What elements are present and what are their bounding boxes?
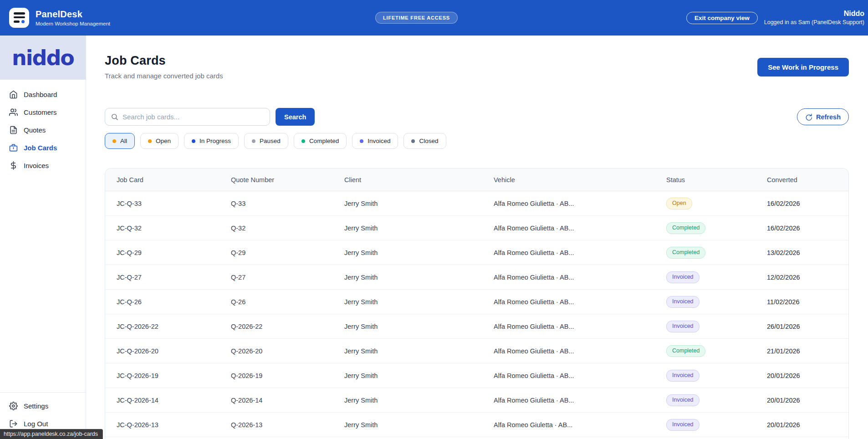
cell-client: Jerry Smith [344, 298, 494, 306]
app-tagline: Modern Workshop Management [36, 21, 110, 26]
cell-converted: 20/01/2026 [767, 397, 837, 404]
sidebar-item-dashboard[interactable]: Dashboard [0, 86, 86, 103]
cell-converted: 26/01/2026 [767, 323, 837, 330]
cell-quote-number: Q-32 [231, 225, 344, 232]
user-block: Niddo Logged in as Sam (PanelDesk Suppor… [764, 9, 865, 26]
home-icon [9, 90, 18, 99]
cell-quote-number: Q-2026-20 [231, 347, 344, 355]
cell-vehicle: Alfa Romeo Giuletta · AB... [494, 421, 666, 429]
app-title-block: PanelDesk Modern Workshop Management [36, 9, 110, 26]
sidebar-logo: niddo [0, 36, 86, 80]
table-row[interactable]: JC-Q-29Q-29Jerry SmithAlfa Romeo Giuliet… [105, 240, 848, 265]
cell-job-card: JC-Q-2026-22 [117, 323, 231, 330]
refresh-icon [805, 113, 812, 121]
sidebar-item-quotes[interactable]: Quotes [0, 121, 86, 139]
filter-chip-all[interactable]: All [105, 133, 135, 149]
table-row[interactable]: JC-Q-32Q-32Jerry SmithAlfa Romeo Giuliet… [105, 216, 848, 240]
refresh-button[interactable]: Refresh [797, 108, 849, 125]
topbar-right: Exit company view Niddo Logged in as Sam… [686, 9, 865, 26]
sidebar-item-invoices[interactable]: Invoices [0, 157, 86, 174]
see-work-in-progress-button[interactable]: See Work in Progress [757, 58, 849, 77]
chip-label: Open [156, 138, 171, 144]
status-badge: Invoiced [666, 271, 700, 283]
briefcase-icon [9, 143, 18, 152]
chip-dot [192, 139, 195, 143]
menu-bar [14, 20, 20, 23]
menu-bar [14, 12, 25, 15]
cell-status: Completed [666, 222, 767, 234]
cell-job-card: JC-Q-2026-13 [117, 421, 231, 429]
cell-status: Invoiced [666, 296, 767, 308]
cell-quote-number: Q-29 [231, 249, 344, 256]
chip-dot [301, 139, 305, 143]
status-badge: Invoiced [666, 394, 700, 406]
table-row[interactable]: JC-Q-2026-22Q-2026-22Jerry SmithAlfa Rom… [105, 314, 848, 339]
page-title: Job Cards [105, 54, 223, 68]
table-row[interactable]: JC-Q-2026-19Q-2026-19Jerry SmithAlfa Rom… [105, 363, 848, 388]
sidebar-item-job-cards[interactable]: Job Cards [0, 139, 86, 157]
chip-label: Closed [419, 138, 438, 144]
cell-status: Invoiced [666, 394, 767, 406]
exit-company-view-button[interactable]: Exit company view [686, 12, 758, 24]
sidebar-item-customers[interactable]: Customers [0, 103, 86, 121]
menu-bar [14, 16, 25, 19]
filter-chip-completed[interactable]: Completed [294, 133, 347, 149]
cell-vehicle: Alfa Romeo Giulietta · AB... [494, 274, 666, 281]
chip-label: Paused [260, 138, 281, 144]
cell-client: Jerry Smith [344, 274, 494, 281]
table-row[interactable]: JC-Q-27Q-27Jerry SmithAlfa Romeo Giuliet… [105, 265, 848, 290]
page-header: Job Cards Track and manage converted job… [105, 54, 849, 80]
column-header-converted: Converted [767, 176, 837, 184]
search-input[interactable] [123, 113, 264, 121]
table-row[interactable]: JC-Q-26Q-26Jerry SmithAlfa Romeo Giuliet… [105, 290, 848, 314]
cell-client: Jerry Smith [344, 397, 494, 404]
cell-quote-number: Q-2026-14 [231, 397, 344, 404]
filter-chip-paused[interactable]: Paused [244, 133, 288, 149]
filter-chip-open[interactable]: Open [140, 133, 179, 149]
cell-quote-number: Q-27 [231, 274, 344, 281]
table-header-row: Job Card Quote Number Client Vehicle Sta… [105, 168, 848, 191]
table-row[interactable]: JC-Q-2026-13Q-2026-13Jerry SmithAlfa Rom… [105, 413, 848, 437]
plan-badge: LIFETIME FREE ACCESS [375, 12, 458, 24]
search-box [105, 108, 270, 126]
cell-client: Jerry Smith [344, 347, 494, 355]
cell-status: Invoiced [666, 271, 767, 283]
sidebar-item-settings[interactable]: Settings [0, 397, 86, 415]
chip-label: Completed [309, 138, 339, 144]
cell-client: Jerry Smith [344, 323, 494, 330]
cell-vehicle: Alfa Romeo Giulietta · AB... [494, 298, 666, 306]
users-icon [9, 108, 18, 117]
cell-quote-number: Q-33 [231, 200, 344, 207]
column-header-job-card: Job Card [117, 176, 231, 184]
job-cards-table: Job Card Quote Number Client Vehicle Sta… [105, 168, 849, 439]
gear-icon [9, 402, 18, 410]
search-button[interactable]: Search [276, 108, 315, 126]
cell-quote-number: Q-2026-19 [231, 372, 344, 379]
cell-job-card: JC-Q-2026-14 [117, 397, 231, 404]
chip-dot [112, 139, 116, 143]
menu-logo-icon[interactable] [9, 8, 29, 28]
cell-job-card: JC-Q-33 [117, 200, 231, 207]
cell-status: Completed [666, 345, 767, 357]
table-row[interactable]: JC-Q-33Q-33Jerry SmithAlfa Romeo Giuliet… [105, 191, 848, 216]
cell-vehicle: Alfa Romeo Giulietta · AB... [494, 200, 666, 207]
page-subtitle: Track and manage converted job cards [105, 72, 223, 80]
cell-converted: 11/02/2026 [767, 298, 837, 306]
column-header-quote-number: Quote Number [231, 176, 344, 184]
filter-chip-invoiced[interactable]: Invoiced [352, 133, 398, 149]
cell-status: Invoiced [666, 370, 767, 382]
column-header-vehicle: Vehicle [494, 176, 666, 184]
sidebar-item-label: Log Out [24, 420, 48, 428]
cell-converted: 21/01/2026 [767, 347, 837, 355]
table-row[interactable]: JC-Q-2026-14Q-2026-14Jerry SmithAlfa Rom… [105, 388, 848, 413]
cell-job-card: JC-Q-2026-20 [117, 347, 231, 355]
niddo-logo: niddo [12, 46, 74, 70]
cell-status: Invoiced [666, 321, 767, 332]
filter-chip-in-progress[interactable]: In Progress [184, 133, 239, 149]
cell-vehicle: Alfa Romeo Giulietta · AB... [494, 225, 666, 232]
status-badge: Invoiced [666, 419, 700, 431]
cell-quote-number: Q-2026-13 [231, 421, 344, 429]
table-row[interactable]: JC-Q-2026-20Q-2026-20Jerry SmithAlfa Rom… [105, 339, 848, 363]
filter-chip-closed[interactable]: Closed [403, 133, 446, 149]
chip-dot [411, 139, 415, 143]
